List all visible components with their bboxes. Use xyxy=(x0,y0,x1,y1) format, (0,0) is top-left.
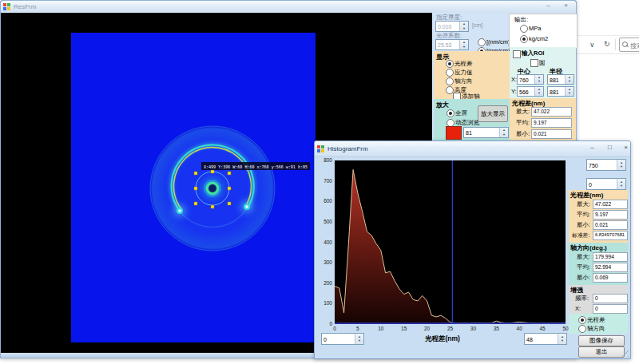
exit-button[interactable]: 退出 xyxy=(578,346,625,358)
resfrm-titlebar[interactable]: ResFrm – × xyxy=(1,1,576,14)
histfrm-minimize-button[interactable]: – xyxy=(586,144,598,151)
histfrm-maximize-button[interactable]: □ xyxy=(604,144,616,151)
color-swatch[interactable] xyxy=(446,126,462,140)
display-section: 显示 光程差 应力值 轴方向 高度 xyxy=(434,51,510,99)
axis-min-field[interactable]: 0.069 xyxy=(593,273,628,283)
zoom-level-spinner[interactable]: 81▲▼ xyxy=(463,127,509,138)
axis-stats-section: 轴方向(deg.) 最大: 179.994 平均: 92.994 最小: 0.0… xyxy=(569,243,628,285)
refresh-icon[interactable]: ↻ xyxy=(604,40,610,48)
roi-circle-label: 圆 xyxy=(539,59,546,67)
roi-checkbox[interactable] xyxy=(513,50,521,58)
enhance-freq-field[interactable]: 0 xyxy=(593,294,628,303)
axis-max-label: 最大: xyxy=(577,253,590,261)
roi-radius-y-spinner[interactable]: 881▲▼ xyxy=(547,86,574,97)
axis-min-label: 最小: xyxy=(577,274,590,282)
unit-radio-mpa[interactable] xyxy=(478,38,486,46)
unit-radio-mpa-label: [(nm/cm)/MP xyxy=(486,38,509,46)
hist-opd-std-label: 标准差: xyxy=(572,231,589,239)
opd-min-label: 最小: xyxy=(516,130,530,138)
offset-spinner[interactable]: 0▲▼ xyxy=(586,178,626,190)
x-tick-label: 30 xyxy=(466,326,479,331)
hist-opd-max-label: 最大: xyxy=(577,200,590,208)
y-tick-label: 600 xyxy=(316,198,332,204)
display-radio-axis-label: 轴方向 xyxy=(454,77,473,85)
x-tick-label: 40 xyxy=(513,326,526,331)
histogram-plot[interactable] xyxy=(335,160,566,324)
search-box[interactable]: 搜索 xyxy=(619,38,639,52)
output-radio-mpa[interactable] xyxy=(520,25,528,33)
mode-radio-opd[interactable] xyxy=(578,316,586,324)
mode-radio-axis[interactable] xyxy=(578,325,586,333)
opd-min-field[interactable]: 0.021 xyxy=(531,129,572,139)
scale-spinner[interactable]: 750▲▼ xyxy=(586,159,626,171)
thickness-spinner[interactable]: 0.010▲▼ xyxy=(435,21,469,32)
zoom-display-button[interactable]: 放大显示 xyxy=(478,105,508,122)
hist-opd-stats-section: 光程差(nm) 最大: 47.022 平均: 9.197 最小: 0.021 标… xyxy=(569,190,628,243)
roi-y-spinner[interactable]: 566▲▼ xyxy=(517,86,544,97)
y-tick-label: 500 xyxy=(316,219,332,224)
x-tick-label: 20 xyxy=(421,326,434,331)
enhance-label: 增强 xyxy=(570,286,583,295)
enhance-x-field[interactable]: 0 xyxy=(593,304,628,314)
hist-opd-max-field[interactable]: 47.022 xyxy=(593,200,628,209)
hist-opd-avg-field[interactable]: 9.197 xyxy=(593,210,628,220)
display-radio-stress-label: 应力值 xyxy=(454,69,473,77)
opd-avg-field[interactable]: 9.197 xyxy=(531,118,572,128)
hist-opd-std-field[interactable]: 6.8349707681 xyxy=(593,231,628,240)
mode-section: 光程差 轴方向 xyxy=(569,314,628,334)
chevron-down-icon[interactable]: ∨ xyxy=(589,41,595,49)
hist-opd-min-label: 最小: xyxy=(577,221,590,229)
x-tick-label: 45 xyxy=(536,326,549,331)
search-placeholder: 搜索 xyxy=(630,42,639,50)
opd-max-field[interactable]: 47.022 xyxy=(531,107,572,117)
display-radio-stress[interactable] xyxy=(446,69,454,77)
axis-avg-field[interactable]: 92.994 xyxy=(593,263,628,272)
histogramfrm-window: HistogramFrm – □ × 010020030 xyxy=(314,140,631,359)
output-radio-kgcm2[interactable] xyxy=(520,35,528,43)
hist-opd-min-field[interactable]: 0.021 xyxy=(593,220,628,230)
roi-label: 输入ROI xyxy=(522,49,544,57)
x-tick-label: 0 xyxy=(328,326,341,331)
search-icon xyxy=(622,42,628,47)
xaxis-label: 光程差(nm) xyxy=(395,334,490,344)
y-tick-label: 400 xyxy=(316,239,332,245)
measurement-image[interactable]: X:499 Y:396 W:60 H:60 x:760 y:566 w:91 h… xyxy=(71,33,316,342)
roi-radius-x-spinner[interactable]: 881▲▼ xyxy=(547,74,574,85)
histogram-svg xyxy=(335,160,566,324)
enhance-freq-label: 频率: xyxy=(575,295,589,303)
histfrm-close-button[interactable]: × xyxy=(620,144,632,151)
roi-circle-checkbox[interactable] xyxy=(530,59,538,67)
opd-max-label: 最大: xyxy=(516,108,530,116)
histogram-area xyxy=(335,170,566,325)
arc-end-spot-left xyxy=(173,204,186,217)
xmin-spinner[interactable]: 0▲▼ xyxy=(321,333,364,345)
xmax-spinner[interactable]: 48▲▼ xyxy=(524,333,567,345)
axis-max-field[interactable]: 179.994 xyxy=(593,252,628,262)
x-tick-label: 25 xyxy=(444,326,457,331)
x-tick-label: 35 xyxy=(490,326,502,331)
resfrm-title: ResFrm xyxy=(14,3,36,10)
display-radio-axis[interactable] xyxy=(446,77,454,85)
cursor-readout-text: X:499 Y:396 W:60 H:60 x:760 y:566 w:91 h… xyxy=(204,164,308,170)
hist-opd-stats-label: 光程差(nm) xyxy=(570,191,603,200)
desktop: ∨ ↻ 搜索 ResFrm – × xyxy=(0,0,639,364)
spinner-arrows[interactable]: ▲▼ xyxy=(459,40,468,49)
histfrm-titlebar[interactable]: HistogramFrm – □ × xyxy=(315,141,630,157)
opd-stats-section: 光程差(nm) 最大: 47.022 平均: 9.197 最小: 0.021 xyxy=(510,98,576,141)
resize-grip[interactable] xyxy=(622,350,629,357)
display-radio-opd[interactable] xyxy=(446,60,454,68)
coeff-spinner[interactable]: 25.53▲▼ xyxy=(435,39,469,50)
x-tick-label: 10 xyxy=(375,326,387,331)
roi-y-label: Y: xyxy=(511,88,517,95)
output-radio-kgcm2-label: kg/cm2 xyxy=(529,35,548,42)
save-image-button[interactable]: 图像保存 xyxy=(578,335,625,346)
resfrm-close-button[interactable]: × xyxy=(560,2,572,9)
roi-x-spinner[interactable]: 760▲▼ xyxy=(517,74,544,85)
y-tick-label: 100 xyxy=(316,300,332,306)
display-radio-opd-label: 光程差 xyxy=(454,60,473,68)
spinner-arrows[interactable]: ▲▼ xyxy=(459,22,468,31)
zoom-label: 放大 xyxy=(436,101,449,109)
roi-section: 输入ROI 圆 中心 半径 X: 760▲▼ 881▲▼ Y: 566▲▼ 88… xyxy=(510,47,576,98)
resfrm-minimize-button[interactable]: – xyxy=(542,2,554,9)
zoom-radio-fullscreen[interactable] xyxy=(447,109,454,117)
